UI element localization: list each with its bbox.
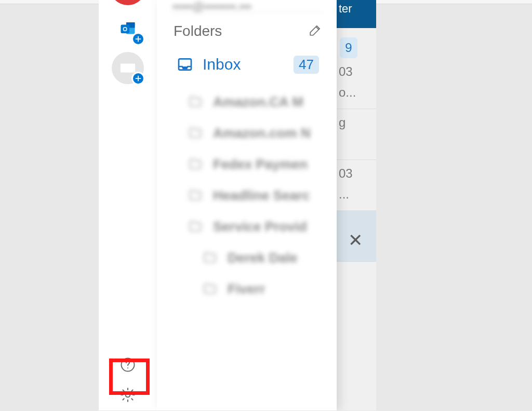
inbox-icon — [177, 56, 193, 73]
gear-icon — [119, 387, 136, 403]
folders-drawer: •••••@••••••••.••• Folders Inbox 47 — [157, 0, 337, 410]
account-email-header: •••••@••••••••.••• — [172, 0, 323, 12]
plus-icon — [135, 35, 142, 43]
folder-inbox[interactable]: Inbox 47 — [172, 49, 323, 80]
close-icon[interactable]: ✕ — [348, 230, 374, 250]
account-mail-generic[interactable] — [112, 52, 144, 84]
help-button[interactable] — [117, 354, 138, 375]
pencil-icon — [309, 23, 322, 37]
folder-icon — [202, 281, 218, 297]
help-icon — [120, 357, 136, 373]
folder-item[interactable]: Amazon.com N — [172, 117, 323, 149]
message-snippet: g — [339, 112, 374, 133]
folder-item[interactable]: Amazon.CA M — [172, 86, 323, 117]
message-snippet: o... — [339, 82, 374, 103]
folder-icon — [187, 187, 204, 204]
message-time: 03 — [339, 163, 374, 184]
outlook-app-window: ter 9 03 o... g 03 ... ✕ O — [99, 0, 376, 410]
folder-icon — [202, 249, 218, 266]
folder-item[interactable]: Service Provid — [172, 211, 323, 242]
folder-icon — [187, 156, 204, 173]
folder-label: Amazon.com N — [213, 125, 319, 141]
message-preview-selected[interactable]: ✕ — [337, 211, 376, 262]
folder-label: Amazon.CA M — [213, 94, 319, 110]
add-account-badge[interactable] — [131, 72, 145, 85]
folder-icon — [187, 94, 204, 110]
folder-label: Derek Dale — [228, 250, 319, 266]
message-snippet: ... — [339, 184, 374, 205]
svg-point-5 — [127, 367, 128, 368]
svg-text:O: O — [123, 26, 127, 32]
svg-point-6 — [126, 393, 130, 397]
filter-tab-partial[interactable]: ter — [337, 0, 376, 28]
folder-label: Fiverr — [228, 281, 319, 297]
add-account-badge[interactable] — [131, 32, 145, 46]
account-outlook[interactable]: O — [112, 12, 144, 45]
folder-item[interactable]: Fedex Paymen — [172, 149, 323, 180]
folder-item[interactable]: Headline Searc — [172, 180, 323, 211]
message-time: 03 — [339, 61, 374, 82]
edit-folders-button[interactable] — [309, 23, 322, 39]
folder-label: Headline Searc — [213, 188, 319, 204]
folder-item[interactable]: Fiverr — [172, 273, 323, 304]
folder-icon — [187, 218, 204, 235]
message-preview[interactable]: 03 o... — [337, 58, 376, 109]
folders-heading: Folders — [174, 23, 222, 39]
plus-icon — [135, 75, 142, 82]
message-list-background: ter 9 03 o... g 03 ... ✕ — [337, 0, 376, 410]
account-rail: O — [99, 0, 157, 410]
message-preview[interactable]: g — [337, 109, 376, 160]
filter-count-badge: 9 — [340, 37, 357, 58]
folder-item[interactable]: Derek Dale — [172, 242, 323, 273]
account-avatar-primary[interactable] — [110, 0, 146, 5]
unread-count-badge: 47 — [294, 56, 319, 74]
folder-label: Inbox — [203, 56, 284, 73]
message-preview[interactable]: 03 ... — [337, 160, 376, 211]
settings-button[interactable] — [117, 385, 138, 405]
folder-label: Fedex Paymen — [213, 156, 319, 173]
folder-label: Service Provid — [213, 219, 319, 235]
folder-icon — [187, 125, 204, 141]
